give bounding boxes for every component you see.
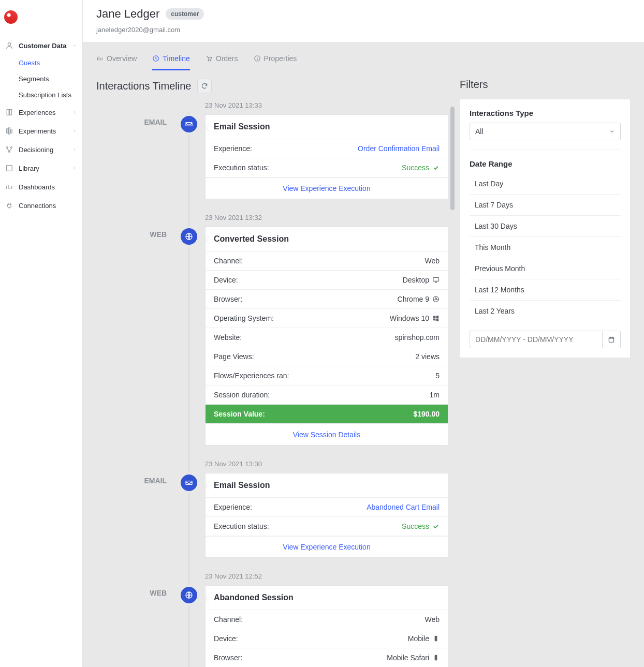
timeline-entry: WEB23 Nov 2021 12:52Abandoned SessionCha… (96, 572, 448, 667)
divider (470, 150, 621, 150)
chevron-right-icon (72, 128, 77, 134)
refresh-icon (201, 82, 208, 90)
mobile-icon (432, 654, 440, 661)
card-action-link[interactable]: View Experience Execution (283, 184, 370, 192)
detail-row: Browser:Chrome 9 (206, 290, 448, 309)
entry-body: 23 Nov 2021 13:33Email SessionExperience… (205, 101, 448, 199)
sidebar-item-experiences[interactable]: Experiences (0, 103, 82, 122)
detail-value: 1m (430, 391, 440, 399)
svg-point-6 (7, 147, 8, 149)
sidebar-item-experiments[interactable]: Experiments (0, 122, 82, 140)
svg-rect-1 (7, 110, 9, 115)
svg-rect-9 (7, 166, 12, 171)
date-picker-button[interactable] (602, 331, 621, 348)
detail-key: Session Value: (214, 410, 265, 418)
globe-icon (181, 587, 197, 603)
date-range-option[interactable]: Last 7 Days (470, 195, 621, 216)
card-action: View Experience Execution (206, 536, 448, 557)
date-range-option[interactable]: Last Day (470, 173, 621, 195)
tab-orders[interactable]: Orders (206, 50, 238, 70)
date-range-option[interactable]: Previous Month (470, 258, 621, 279)
card-title: Email Session (206, 473, 448, 498)
entry-channel-label: EMAIL (96, 460, 179, 558)
tab-timeline[interactable]: Timeline (152, 50, 189, 70)
sidebar: Customer Data Guests Segments Subscripti… (0, 0, 83, 667)
svg-rect-24 (609, 337, 613, 342)
customer-email: janeledger2020@gmail.com (96, 26, 631, 34)
svg-point-18 (435, 298, 437, 300)
detail-key: Experience: (214, 144, 252, 153)
sidebar-item-subscription-lists[interactable]: Subscription Lists (0, 87, 82, 103)
globe-icon (181, 228, 197, 245)
branch-icon (5, 145, 13, 154)
detail-key: Session duration: (214, 391, 270, 399)
detail-value-link[interactable]: Order Confirmation Email (358, 144, 440, 153)
date-range-option[interactable]: Last 12 Months (470, 279, 621, 301)
tab-properties[interactable]: Properties (254, 50, 297, 70)
svg-point-21 (436, 641, 436, 641)
scrollbar-thumb[interactable] (450, 107, 455, 210)
chevron-right-icon (72, 147, 77, 152)
sidebar-item-decisioning[interactable]: Decisioning (0, 140, 82, 159)
chevron-right-icon (72, 110, 77, 115)
entry-channel-label: WEB (96, 572, 179, 667)
detail-row: Session Value:$190.00 (206, 405, 448, 424)
refresh-button[interactable] (197, 79, 212, 93)
detail-value: spinshop.com (395, 333, 440, 342)
detail-key: Page Views: (214, 352, 254, 361)
calendar-icon (608, 336, 615, 343)
user-icon (5, 41, 13, 50)
detail-key: Flows/Experiences ran: (214, 372, 289, 380)
nav-label: Library (19, 165, 39, 172)
sidebar-item-connections[interactable]: Connections (0, 196, 82, 215)
nav-sub-customer-data: Guests Segments Subscription Lists (0, 55, 82, 103)
detail-value: Chrome 9 (398, 295, 440, 303)
timeline-column: Interactions Timeline EMAIL23 Nov 2021 1… (96, 79, 448, 667)
date-range-option[interactable]: Last 30 Days (470, 216, 621, 237)
sidebar-item-segments[interactable]: Segments (0, 71, 82, 87)
interactions-type-select[interactable]: All (470, 123, 621, 140)
detail-key: Execution status: (214, 164, 269, 172)
svg-rect-2 (10, 110, 12, 115)
entry-channel-label: WEB (96, 214, 179, 446)
sidebar-item-customer-data[interactable]: Customer Data (0, 36, 82, 55)
detail-key: Device: (214, 276, 238, 284)
detail-key: Browser: (214, 295, 242, 303)
card-action-link[interactable]: View Experience Execution (283, 543, 370, 551)
nav-label: Dashboards (19, 183, 55, 191)
date-range-input[interactable] (470, 331, 602, 348)
chart-icon (96, 55, 104, 62)
detail-value: 2 views (415, 352, 440, 361)
chevron-right-icon (72, 166, 77, 171)
detail-row: Channel:Web (206, 610, 448, 629)
detail-value-link[interactable]: Abandoned Cart Email (367, 503, 440, 511)
card-action-link[interactable]: View Session Details (293, 431, 360, 439)
card-title: Email Session (206, 115, 448, 139)
date-range-option[interactable]: This Month (470, 237, 621, 258)
brand-logo[interactable] (4, 10, 18, 24)
detail-value: Mobile Safari (387, 654, 440, 662)
tab-label: Properties (264, 54, 297, 63)
filters-title: Filters (460, 79, 631, 91)
chevron-down-icon (72, 43, 77, 48)
entry-body: 23 Nov 2021 13:32Converted SessionChanne… (205, 214, 448, 446)
filters-card: Interactions Type All Date Range Last Da… (460, 99, 631, 358)
sidebar-item-guests[interactable]: Guests (0, 55, 82, 71)
nav-label: Connections (19, 202, 56, 210)
cart-icon (206, 55, 213, 62)
filters-column: Filters Interactions Type All Date Range… (460, 79, 631, 358)
card-title: Abandoned Session (206, 586, 448, 610)
mail-icon (181, 116, 197, 132)
detail-key: Execution status: (214, 522, 269, 530)
dashboard-icon (5, 183, 13, 191)
entry-timestamp: 23 Nov 2021 12:52 (205, 572, 448, 580)
detail-row: Website:spinshop.com (206, 328, 448, 347)
sidebar-item-dashboards[interactable]: Dashboards (0, 177, 82, 196)
mobile-icon (432, 635, 440, 642)
tab-overview[interactable]: Overview (96, 50, 137, 70)
detail-value: Desktop (403, 276, 440, 284)
detail-row: Device:Desktop (206, 271, 448, 290)
sidebar-item-library[interactable]: Library (0, 159, 82, 177)
interactions-type-label: Interactions Type (470, 109, 621, 117)
date-range-option[interactable]: Last 2 Years (470, 301, 621, 321)
